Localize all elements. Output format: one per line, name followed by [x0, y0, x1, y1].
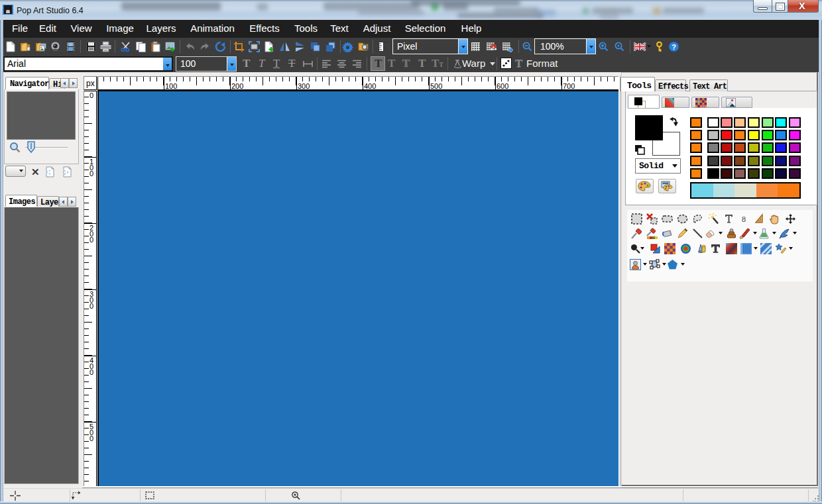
svg-text:8: 8	[742, 215, 746, 224]
svg-text:?: ?	[672, 43, 676, 51]
